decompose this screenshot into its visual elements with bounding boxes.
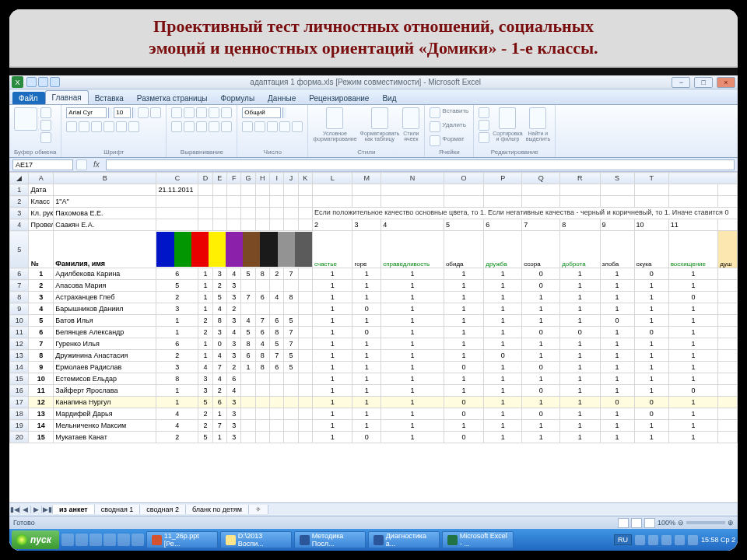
align-top-button[interactable] xyxy=(171,107,182,118)
cell[interactable]: 1 xyxy=(668,268,718,280)
cell[interactable]: 7 xyxy=(212,420,226,432)
cell[interactable] xyxy=(270,432,284,443)
tray-icon[interactable] xyxy=(675,535,685,545)
cell[interactable]: 8 xyxy=(284,292,298,303)
zoom-slider[interactable] xyxy=(686,521,725,524)
cell[interactable]: 6 xyxy=(212,397,226,408)
col-head[interactable]: F xyxy=(226,173,240,184)
cell[interactable]: 1 xyxy=(522,350,560,362)
underline-button[interactable] xyxy=(91,121,102,132)
cell[interactable] xyxy=(270,420,284,432)
cell[interactable]: 0 xyxy=(444,432,483,443)
cell[interactable]: 1 xyxy=(560,350,600,362)
cell[interactable]: Мукатаев Канат xyxy=(54,432,156,443)
cell[interactable]: 7 xyxy=(284,268,298,280)
cell[interactable]: 1 xyxy=(381,327,444,338)
cell[interactable] xyxy=(54,184,156,196)
cell[interactable] xyxy=(484,184,522,196)
cell[interactable]: 0 xyxy=(444,397,483,408)
cell[interactable] xyxy=(298,268,312,280)
cell[interactable] xyxy=(718,184,738,196)
cell[interactable]: 8 xyxy=(270,327,284,338)
cell[interactable]: 1 xyxy=(352,350,381,362)
cell[interactable]: 1 xyxy=(522,338,560,350)
cell[interactable] xyxy=(226,184,240,196)
cell[interactable] xyxy=(156,231,313,268)
cell[interactable]: 1 xyxy=(600,350,634,362)
cell[interactable]: 9 xyxy=(600,219,634,231)
tab-review[interactable]: Рецензирование xyxy=(303,92,376,104)
cell[interactable]: 1 xyxy=(198,292,212,303)
cell[interactable] xyxy=(298,303,312,315)
col-head[interactable]: L xyxy=(313,173,352,184)
ql-icon[interactable] xyxy=(117,534,130,546)
cell[interactable]: 1 xyxy=(522,373,560,385)
cell[interactable] xyxy=(718,303,738,315)
cell[interactable]: 3 xyxy=(156,362,198,373)
cell[interactable] xyxy=(255,219,269,231)
italic-button[interactable] xyxy=(79,121,89,132)
cell[interactable] xyxy=(298,208,312,219)
cell[interactable] xyxy=(484,196,522,208)
number-format-select[interactable]: Общий xyxy=(242,107,281,118)
cell[interactable] xyxy=(298,362,312,373)
cell[interactable]: 4 xyxy=(156,420,198,432)
cell[interactable] xyxy=(241,280,255,292)
cell[interactable] xyxy=(241,196,255,208)
col-head[interactable]: G xyxy=(241,173,255,184)
cell[interactable]: 0 xyxy=(212,338,226,350)
cell[interactable]: Класс xyxy=(29,196,54,208)
sheet-tab[interactable]: сводная 1 xyxy=(95,505,141,514)
task-folder[interactable]: D:\2013 Воспи... xyxy=(220,531,292,548)
cell[interactable]: 1 xyxy=(484,373,522,385)
cell[interactable]: 0 xyxy=(522,280,560,292)
cell[interactable]: 1 xyxy=(484,420,522,432)
close-button[interactable]: × xyxy=(717,77,735,88)
cell[interactable]: 1 xyxy=(313,315,352,327)
cell[interactable]: 1 xyxy=(444,268,483,280)
cell[interactable]: 1 xyxy=(600,432,634,443)
cell[interactable] xyxy=(198,196,212,208)
cell[interactable] xyxy=(298,292,312,303)
cell[interactable]: 1 xyxy=(352,338,381,350)
cell[interactable] xyxy=(156,208,198,219)
cell[interactable] xyxy=(270,196,284,208)
cell[interactable] xyxy=(270,373,284,385)
cell[interactable] xyxy=(270,385,284,397)
cell[interactable]: Гуренко Илья xyxy=(54,338,156,350)
cell[interactable] xyxy=(241,184,255,196)
cell[interactable]: 4 xyxy=(226,268,240,280)
cell[interactable]: 3 xyxy=(352,219,381,231)
cell[interactable]: 3 xyxy=(212,268,226,280)
cell[interactable]: 7 xyxy=(522,219,560,231)
cell[interactable]: 1 xyxy=(484,292,522,303)
cell[interactable]: 1 xyxy=(313,303,352,315)
cell[interactable]: 0 xyxy=(600,397,634,408)
cell[interactable] xyxy=(718,397,738,408)
cell[interactable] xyxy=(718,315,738,327)
cell[interactable] xyxy=(298,373,312,385)
cell[interactable]: 3 xyxy=(226,338,240,350)
cell[interactable]: 2 xyxy=(226,362,240,373)
cell[interactable]: скука xyxy=(634,231,668,268)
cell[interactable]: 9 xyxy=(29,362,54,373)
cell[interactable]: Барышников Даниил xyxy=(54,303,156,315)
cell[interactable]: 1 xyxy=(484,303,522,315)
cell[interactable]: 1 xyxy=(560,420,600,432)
cell[interactable]: Канапина Нургул xyxy=(54,397,156,408)
cell[interactable]: 1 xyxy=(444,327,483,338)
cell[interactable]: 5 xyxy=(156,280,198,292)
task-excel[interactable]: Microsoft Excel - ... xyxy=(442,531,514,548)
cell[interactable]: 8 xyxy=(255,362,269,373)
cell[interactable] xyxy=(284,184,298,196)
cell[interactable]: 1 xyxy=(444,373,483,385)
cell[interactable]: 1 xyxy=(444,292,483,303)
view-normal-button[interactable] xyxy=(618,518,629,528)
cell[interactable]: злоба xyxy=(600,231,634,268)
cell[interactable]: 4 xyxy=(156,408,198,420)
cell[interactable]: 5 xyxy=(198,397,212,408)
formula-input[interactable] xyxy=(106,159,735,170)
cell[interactable] xyxy=(560,196,600,208)
cell[interactable]: 1 xyxy=(381,385,444,397)
cell[interactable]: 6 xyxy=(270,362,284,373)
